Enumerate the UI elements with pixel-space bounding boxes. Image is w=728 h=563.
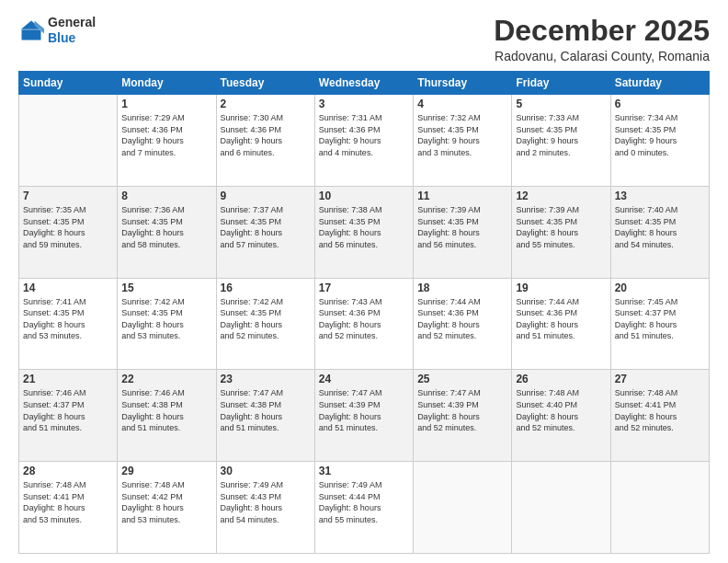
calendar-cell: 10Sunrise: 7:38 AM Sunset: 4:35 PM Dayli… bbox=[314, 186, 413, 278]
calendar-week-row: 28Sunrise: 7:48 AM Sunset: 4:41 PM Dayli… bbox=[19, 462, 710, 554]
day-info: Sunrise: 7:31 AM Sunset: 4:36 PM Dayligh… bbox=[319, 112, 409, 158]
month-title: December 2025 bbox=[494, 15, 710, 47]
day-info: Sunrise: 7:48 AM Sunset: 4:41 PM Dayligh… bbox=[615, 387, 705, 433]
calendar-table: Sunday Monday Tuesday Wednesday Thursday… bbox=[18, 71, 710, 554]
calendar-cell: 17Sunrise: 7:43 AM Sunset: 4:36 PM Dayli… bbox=[314, 278, 413, 370]
calendar-cell: 21Sunrise: 7:46 AM Sunset: 4:37 PM Dayli… bbox=[19, 370, 118, 462]
day-number: 6 bbox=[615, 98, 705, 110]
day-info: Sunrise: 7:40 AM Sunset: 4:35 PM Dayligh… bbox=[615, 204, 705, 250]
day-number: 23 bbox=[221, 373, 311, 385]
day-number: 14 bbox=[23, 282, 113, 294]
day-info: Sunrise: 7:36 AM Sunset: 4:35 PM Dayligh… bbox=[121, 204, 211, 250]
calendar-cell: 31Sunrise: 7:49 AM Sunset: 4:44 PM Dayli… bbox=[314, 462, 413, 554]
day-info: Sunrise: 7:47 AM Sunset: 4:39 PM Dayligh… bbox=[319, 387, 409, 433]
calendar-cell: 15Sunrise: 7:42 AM Sunset: 4:35 PM Dayli… bbox=[118, 278, 216, 370]
calendar-week-row: 7Sunrise: 7:35 AM Sunset: 4:35 PM Daylig… bbox=[19, 186, 710, 278]
calendar-cell: 2Sunrise: 7:30 AM Sunset: 4:36 PM Daylig… bbox=[216, 95, 314, 187]
calendar-cell: 9Sunrise: 7:37 AM Sunset: 4:35 PM Daylig… bbox=[216, 186, 314, 278]
logo-blue: Blue bbox=[48, 30, 75, 45]
day-info: Sunrise: 7:44 AM Sunset: 4:36 PM Dayligh… bbox=[516, 296, 606, 342]
day-info: Sunrise: 7:46 AM Sunset: 4:37 PM Dayligh… bbox=[23, 387, 113, 433]
day-info: Sunrise: 7:41 AM Sunset: 4:35 PM Dayligh… bbox=[23, 296, 113, 342]
svg-rect-2 bbox=[22, 29, 41, 30]
day-number: 31 bbox=[319, 465, 409, 477]
day-number: 22 bbox=[121, 373, 211, 385]
page: General Blue December 2025 Radovanu, Cal… bbox=[0, 0, 728, 563]
day-number: 20 bbox=[615, 282, 705, 294]
calendar-cell: 11Sunrise: 7:39 AM Sunset: 4:35 PM Dayli… bbox=[414, 186, 512, 278]
calendar-cell: 29Sunrise: 7:48 AM Sunset: 4:42 PM Dayli… bbox=[118, 462, 216, 554]
day-number: 10 bbox=[319, 190, 409, 202]
col-sunday: Sunday bbox=[19, 72, 118, 95]
calendar-week-row: 1Sunrise: 7:29 AM Sunset: 4:36 PM Daylig… bbox=[19, 95, 710, 187]
calendar-cell: 12Sunrise: 7:39 AM Sunset: 4:35 PM Dayli… bbox=[512, 186, 610, 278]
day-number: 5 bbox=[516, 98, 606, 110]
calendar-cell: 16Sunrise: 7:42 AM Sunset: 4:35 PM Dayli… bbox=[216, 278, 314, 370]
day-info: Sunrise: 7:39 AM Sunset: 4:35 PM Dayligh… bbox=[516, 204, 606, 250]
calendar-cell: 20Sunrise: 7:45 AM Sunset: 4:37 PM Dayli… bbox=[610, 278, 709, 370]
day-info: Sunrise: 7:49 AM Sunset: 4:43 PM Dayligh… bbox=[221, 479, 311, 525]
location: Radovanu, Calarasi County, Romania bbox=[494, 49, 710, 63]
day-number: 4 bbox=[417, 98, 507, 110]
day-number: 7 bbox=[23, 190, 113, 202]
calendar-cell: 7Sunrise: 7:35 AM Sunset: 4:35 PM Daylig… bbox=[19, 186, 118, 278]
day-info: Sunrise: 7:29 AM Sunset: 4:36 PM Dayligh… bbox=[121, 112, 211, 158]
calendar-cell: 18Sunrise: 7:44 AM Sunset: 4:36 PM Dayli… bbox=[414, 278, 512, 370]
calendar-cell: 4Sunrise: 7:32 AM Sunset: 4:35 PM Daylig… bbox=[414, 95, 512, 187]
day-number: 30 bbox=[221, 465, 311, 477]
col-thursday: Thursday bbox=[414, 72, 512, 95]
day-number: 2 bbox=[221, 98, 311, 110]
day-info: Sunrise: 7:42 AM Sunset: 4:35 PM Dayligh… bbox=[221, 296, 311, 342]
calendar-cell: 22Sunrise: 7:46 AM Sunset: 4:38 PM Dayli… bbox=[118, 370, 216, 462]
logo: General Blue bbox=[18, 15, 96, 46]
calendar-cell: 23Sunrise: 7:47 AM Sunset: 4:38 PM Dayli… bbox=[216, 370, 314, 462]
calendar-cell: 3Sunrise: 7:31 AM Sunset: 4:36 PM Daylig… bbox=[314, 95, 413, 187]
day-number: 19 bbox=[516, 282, 606, 294]
day-info: Sunrise: 7:34 AM Sunset: 4:35 PM Dayligh… bbox=[615, 112, 705, 158]
calendar-cell: 26Sunrise: 7:48 AM Sunset: 4:40 PM Dayli… bbox=[512, 370, 610, 462]
header: General Blue December 2025 Radovanu, Cal… bbox=[18, 15, 710, 63]
day-info: Sunrise: 7:48 AM Sunset: 4:41 PM Dayligh… bbox=[23, 479, 113, 525]
col-monday: Monday bbox=[118, 72, 216, 95]
calendar-cell bbox=[414, 462, 512, 554]
day-info: Sunrise: 7:48 AM Sunset: 4:40 PM Dayligh… bbox=[516, 387, 606, 433]
day-info: Sunrise: 7:49 AM Sunset: 4:44 PM Dayligh… bbox=[319, 479, 409, 525]
day-number: 9 bbox=[221, 190, 311, 202]
day-number: 29 bbox=[121, 465, 211, 477]
day-number: 18 bbox=[417, 282, 507, 294]
calendar-week-row: 21Sunrise: 7:46 AM Sunset: 4:37 PM Dayli… bbox=[19, 370, 710, 462]
day-number: 24 bbox=[319, 373, 409, 385]
day-info: Sunrise: 7:42 AM Sunset: 4:35 PM Dayligh… bbox=[121, 296, 211, 342]
day-info: Sunrise: 7:48 AM Sunset: 4:42 PM Dayligh… bbox=[121, 479, 211, 525]
day-number: 16 bbox=[221, 282, 311, 294]
logo-icon bbox=[18, 17, 44, 43]
day-info: Sunrise: 7:37 AM Sunset: 4:35 PM Dayligh… bbox=[221, 204, 311, 250]
day-info: Sunrise: 7:47 AM Sunset: 4:38 PM Dayligh… bbox=[221, 387, 311, 433]
calendar-week-row: 14Sunrise: 7:41 AM Sunset: 4:35 PM Dayli… bbox=[19, 278, 710, 370]
day-info: Sunrise: 7:33 AM Sunset: 4:35 PM Dayligh… bbox=[516, 112, 606, 158]
day-info: Sunrise: 7:46 AM Sunset: 4:38 PM Dayligh… bbox=[121, 387, 211, 433]
day-number: 26 bbox=[516, 373, 606, 385]
calendar-cell: 14Sunrise: 7:41 AM Sunset: 4:35 PM Dayli… bbox=[19, 278, 118, 370]
day-number: 11 bbox=[417, 190, 507, 202]
calendar-cell: 27Sunrise: 7:48 AM Sunset: 4:41 PM Dayli… bbox=[610, 370, 709, 462]
col-friday: Friday bbox=[512, 72, 610, 95]
day-number: 27 bbox=[615, 373, 705, 385]
title-section: December 2025 Radovanu, Calarasi County,… bbox=[494, 15, 710, 63]
day-number: 28 bbox=[23, 465, 113, 477]
calendar-cell: 19Sunrise: 7:44 AM Sunset: 4:36 PM Dayli… bbox=[512, 278, 610, 370]
day-number: 21 bbox=[23, 373, 113, 385]
logo-general: General bbox=[48, 15, 96, 29]
day-number: 13 bbox=[615, 190, 705, 202]
calendar-cell: 25Sunrise: 7:47 AM Sunset: 4:39 PM Dayli… bbox=[414, 370, 512, 462]
col-saturday: Saturday bbox=[610, 72, 709, 95]
day-info: Sunrise: 7:44 AM Sunset: 4:36 PM Dayligh… bbox=[417, 296, 507, 342]
calendar-cell: 30Sunrise: 7:49 AM Sunset: 4:43 PM Dayli… bbox=[216, 462, 314, 554]
calendar-cell: 5Sunrise: 7:33 AM Sunset: 4:35 PM Daylig… bbox=[512, 95, 610, 187]
col-wednesday: Wednesday bbox=[314, 72, 413, 95]
calendar-cell: 24Sunrise: 7:47 AM Sunset: 4:39 PM Dayli… bbox=[314, 370, 413, 462]
calendar-cell bbox=[512, 462, 610, 554]
col-tuesday: Tuesday bbox=[216, 72, 314, 95]
day-info: Sunrise: 7:38 AM Sunset: 4:35 PM Dayligh… bbox=[319, 204, 409, 250]
day-number: 12 bbox=[516, 190, 606, 202]
